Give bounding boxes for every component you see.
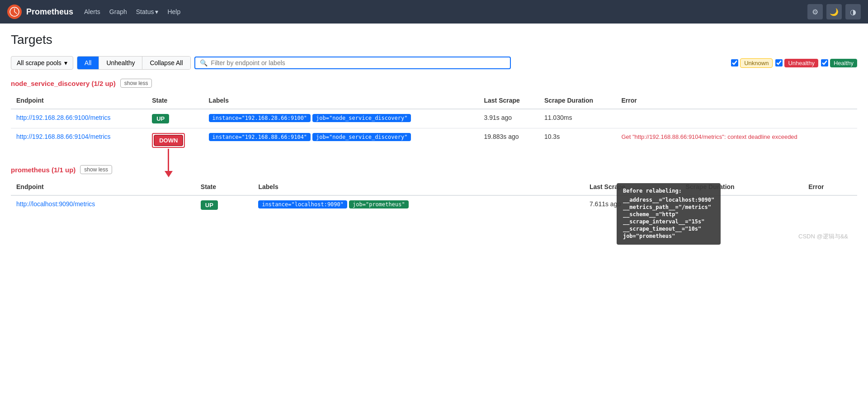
endpoint-cell: http://192.168.88.66:9104/metrics — [11, 128, 146, 153]
down-arrow — [165, 149, 173, 177]
brand-name: Prometheus — [26, 7, 73, 17]
brand: Prometheus — [7, 5, 73, 19]
main-content: Targets All scrape pools ▾ All Unhealthy… — [0, 24, 868, 250]
labels-cell: instance="localhost:9090" job="prometheu… — [253, 195, 584, 214]
tooltip-line-3: __scheme__="http" — [623, 211, 714, 218]
table-row: http://localhost:9090/metrics UP instanc… — [11, 195, 857, 214]
col-last-scrape: Last Scrape Before relabeling: __address… — [584, 179, 680, 195]
settings-icon-button[interactable]: ⚙ — [807, 4, 823, 19]
navbar-right: ⚙ 🌙 ◑ — [807, 4, 861, 19]
theme-contrast-button[interactable]: ◑ — [845, 4, 861, 19]
labels-cell: instance="192.168.88.66:9104" job="node_… — [203, 128, 479, 153]
before-relabeling-tooltip: Before relabeling: __address__="localhos… — [617, 183, 721, 245]
unhealthy-checkbox[interactable] — [775, 59, 783, 66]
endpoint-link-2[interactable]: http://192.168.88.66:9104/metrics — [16, 133, 111, 140]
state-badge-up-prom: UP — [201, 200, 218, 210]
scrape-duration-cell: 10.3s — [539, 128, 616, 153]
tooltip-title: Before relabeling: — [623, 188, 714, 194]
col-endpoint: Endpoint — [11, 179, 195, 195]
navbar: Prometheus Alerts Graph Status ▾ Help ⚙ … — [0, 0, 868, 24]
label-badge: instance="192.168.88.66:9104" — [209, 133, 311, 141]
endpoint-link-1[interactable]: http://192.168.28.66:9100/metrics — [16, 114, 111, 121]
filter-badges: Unknown Unhealthy Healthy — [731, 58, 857, 68]
col-labels: Labels — [253, 179, 584, 195]
state-cell: UP — [195, 195, 253, 214]
search-container: 🔍 — [194, 57, 511, 69]
dropdown-arrow-icon: ▾ — [64, 59, 67, 66]
col-last-scrape: Last Scrape — [479, 92, 539, 109]
page-title: Targets — [11, 33, 857, 47]
dropdown-caret-icon: ▾ — [155, 8, 158, 15]
col-error: Error — [803, 179, 857, 195]
nav-graph[interactable]: Graph — [109, 8, 127, 15]
col-error: Error — [616, 92, 857, 109]
col-labels: Labels — [203, 92, 479, 109]
nav-status[interactable]: Status ▾ — [136, 8, 159, 15]
labels-container: instance="192.168.28.66:9100" job="node_… — [209, 114, 473, 122]
col-state: State — [195, 179, 253, 195]
section-prometheus-header: prometheus (1/1 up) show less — [11, 165, 857, 174]
nav-alerts[interactable]: Alerts — [84, 8, 100, 15]
view-toggle-group: All Unhealthy Collapse All — [77, 56, 191, 70]
unknown-badge: Unknown — [740, 58, 773, 68]
label-badge: instance="192.168.28.66:9100" — [209, 114, 311, 122]
table-row: http://192.168.28.66:9100/metrics UP ins… — [11, 109, 857, 128]
state-cell: UP — [146, 109, 203, 128]
state-badge-up: UP — [152, 114, 169, 123]
label-badge-job: job="prometheus" — [349, 200, 409, 208]
tooltip-line-1: __address__="localhost:9090" — [623, 197, 714, 203]
unknown-checkbox[interactable] — [731, 59, 738, 66]
btn-unhealthy[interactable]: Unhealthy — [99, 57, 142, 69]
unknown-filter: Unknown — [731, 58, 773, 68]
error-text: Get "http://192.168.88.66:9104/metrics":… — [621, 133, 797, 140]
unhealthy-badge: Unhealthy — [784, 59, 818, 67]
error-cell: Get "http://192.168.88.66:9104/metrics":… — [616, 128, 857, 153]
col-scrape-duration: Scrape Duration — [539, 92, 616, 109]
labels-container: instance="localhost:9090" job="prometheu… — [258, 200, 579, 208]
scrape-duration-cell: 11.030ms — [539, 109, 616, 128]
tooltip-line-5: __scrape_timeout__="10s" — [623, 226, 714, 232]
search-input[interactable] — [211, 59, 505, 66]
tooltip-line-6: job="prometheus" — [623, 233, 714, 239]
prometheus-targets-table: Endpoint State Labels Last Scrape Before… — [11, 179, 857, 214]
watermark: CSDN @逻辑与&& — [11, 232, 857, 241]
btn-all[interactable]: All — [77, 57, 99, 69]
last-scrape-cell: 3.91s ago — [479, 109, 539, 128]
section-prometheus-show-less[interactable]: show less — [80, 165, 112, 174]
error-cell — [616, 109, 857, 128]
table-header-row: Endpoint State Labels Last Scrape Scrape… — [11, 92, 857, 109]
prometheus-logo — [7, 5, 22, 19]
search-icon: 🔍 — [200, 59, 208, 66]
healthy-badge: Healthy — [830, 59, 857, 67]
table-row: http://192.168.88.66:9104/metrics DOWN — [11, 128, 857, 153]
section-prometheus: prometheus (1/1 up) show less Endpoint S… — [11, 165, 857, 214]
theme-moon-button[interactable]: 🌙 — [826, 4, 842, 19]
col-endpoint: Endpoint — [11, 92, 146, 109]
error-cell — [803, 195, 857, 214]
filter-bar: All scrape pools ▾ All Unhealthy Collaps… — [11, 56, 857, 70]
labels-cell: instance="192.168.28.66:9100" job="node_… — [203, 109, 479, 128]
tooltip-line-2: __metrics_path__="/metrics" — [623, 204, 714, 210]
state-cell-down: DOWN — [146, 128, 203, 153]
scrape-pool-dropdown[interactable]: All scrape pools ▾ — [11, 56, 73, 70]
section-prometheus-title: prometheus (1/1 up) — [11, 166, 75, 174]
node-targets-table: Endpoint State Labels Last Scrape Scrape… — [11, 92, 857, 152]
label-badge-instance: instance="localhost:9090" — [258, 200, 347, 208]
nav-help[interactable]: Help — [167, 8, 180, 15]
red-box-highlight: DOWN — [152, 133, 185, 148]
labels-container: instance="192.168.88.66:9104" job="node_… — [209, 133, 473, 141]
healthy-filter: Healthy — [821, 59, 857, 67]
section-node-title: node_service_discovery (1/2 up) — [11, 80, 116, 87]
section-node-show-less[interactable]: show less — [120, 79, 152, 88]
table-header-row: Endpoint State Labels Last Scrape Before… — [11, 179, 857, 195]
section-node-header: node_service_discovery (1/2 up) show les… — [11, 79, 857, 88]
healthy-checkbox[interactable] — [821, 59, 828, 66]
btn-collapse-all[interactable]: Collapse All — [142, 57, 190, 69]
last-scrape-cell: 19.883s ago — [479, 128, 539, 153]
label-badge: job="node_service_discovery" — [312, 133, 411, 141]
col-state: State — [146, 92, 203, 109]
endpoint-link-prom[interactable]: http://localhost:9090/metrics — [16, 200, 95, 208]
tooltip-line-4: __scrape_interval__="15s" — [623, 218, 714, 225]
label-badge: job="node_service_discovery" — [312, 114, 411, 122]
nav-status-dropdown[interactable]: Status ▾ — [136, 8, 159, 15]
